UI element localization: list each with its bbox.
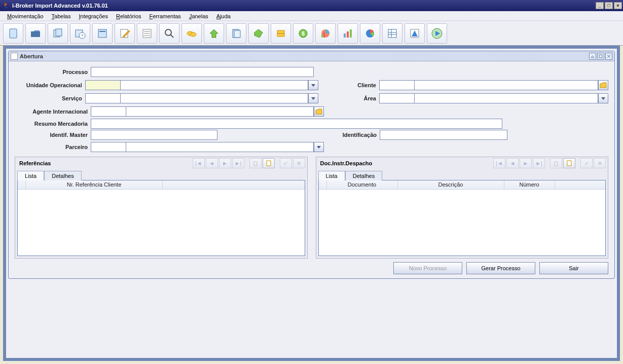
input-agente-desc[interactable] — [126, 106, 314, 117]
nav-cancel-icon[interactable]: ✕ — [293, 158, 305, 168]
label-identificacao: Identificação — [324, 132, 380, 138]
tb-list-icon[interactable] — [137, 23, 157, 44]
docs-nav-confirm-icon[interactable]: ✓ — [580, 158, 593, 168]
input-area-desc[interactable] — [415, 93, 598, 103]
dropdown-unidade[interactable] — [308, 80, 318, 90]
docs-nav-next-icon[interactable]: ► — [520, 158, 532, 168]
svg-point-15 — [190, 32, 196, 37]
nav-new-icon[interactable] — [263, 158, 275, 168]
close-button[interactable]: × — [614, 2, 622, 9]
svg-rect-23 — [321, 34, 323, 38]
tb-play-icon[interactable] — [427, 23, 447, 44]
input-cliente-code[interactable] — [379, 80, 415, 90]
tab-refs-detalhes[interactable]: Detalhes — [44, 171, 81, 180]
docs-nav-last-icon[interactable]: ►| — [533, 158, 545, 168]
label-agente: Agente Internacional — [15, 108, 91, 115]
svg-rect-6 — [99, 31, 105, 32]
input-parceiro-desc[interactable] — [126, 142, 314, 152]
input-servico-code[interactable] — [85, 93, 121, 103]
input-servico-desc[interactable] — [121, 93, 308, 103]
svg-rect-27 — [350, 29, 352, 38]
col-descricao: Descrição — [398, 180, 504, 189]
svg-rect-29 — [388, 29, 396, 38]
svg-rect-19 — [277, 30, 284, 33]
nav-confirm-icon[interactable]: ✓ — [280, 158, 292, 168]
input-cliente-desc[interactable] — [415, 80, 598, 90]
label-unidade: Unidade Operacional — [15, 82, 85, 88]
tb-files-icon[interactable] — [48, 23, 68, 44]
menu-integracoes[interactable]: Integrações — [75, 12, 112, 20]
button-novo-processo[interactable]: Novo Processo — [393, 262, 462, 274]
tb-arrow-up-icon[interactable] — [204, 23, 224, 44]
docs-nav-first-icon[interactable]: |◄ — [493, 158, 505, 168]
dropdown-area[interactable] — [598, 93, 608, 103]
svg-line-13 — [170, 34, 173, 38]
tb-folder-open-icon[interactable] — [25, 23, 46, 44]
docs-nav-new-icon[interactable] — [563, 158, 575, 168]
docs-nav-delete-icon[interactable] — [550, 158, 562, 168]
toolbar: $ — [0, 21, 623, 46]
col-numero: Número — [504, 180, 555, 189]
internal-close-icon[interactable] — [605, 53, 612, 60]
java-icon — [2, 2, 10, 10]
tb-clock-icon[interactable] — [70, 23, 90, 44]
nav-prev-icon[interactable]: ◄ — [206, 158, 218, 168]
refs-table: Nr. Referência Cliente — [17, 180, 305, 256]
input-processo[interactable] — [91, 67, 314, 77]
svg-rect-18 — [277, 33, 284, 37]
tb-page-icon[interactable] — [92, 23, 113, 44]
tb-notes-icon[interactable] — [226, 23, 246, 44]
tb-triangle-icon[interactable] — [405, 23, 425, 44]
menu-relatorios[interactable]: Relatórios — [112, 12, 145, 20]
docs-nav-cancel-icon[interactable]: ✕ — [594, 158, 606, 168]
svg-rect-36 — [599, 55, 602, 58]
menu-movimentacao[interactable]: Movimentação — [3, 12, 48, 20]
folder-agente[interactable] — [314, 106, 324, 117]
input-area-code[interactable] — [379, 93, 415, 103]
tb-edit-icon[interactable] — [115, 23, 135, 44]
internal-minimize-icon[interactable] — [589, 53, 596, 60]
input-identificacao[interactable] — [380, 130, 507, 140]
internal-maximize-icon[interactable] — [597, 53, 604, 60]
minimize-button[interactable]: _ — [596, 2, 604, 9]
dropdown-parceiro[interactable] — [314, 142, 324, 152]
docs-nav-prev-icon[interactable]: ◄ — [506, 158, 519, 168]
folder-cliente[interactable] — [598, 80, 608, 90]
nav-next-icon[interactable]: ► — [219, 158, 231, 168]
svg-rect-24 — [323, 32, 325, 38]
tb-chart-bar-icon[interactable] — [338, 23, 358, 44]
menu-ajuda[interactable]: Ajuda — [212, 12, 235, 20]
tb-pie-icon[interactable] — [360, 23, 380, 44]
tab-refs-lista[interactable]: Lista — [17, 171, 44, 180]
internal-title: Abertura — [20, 53, 588, 59]
tb-chart-pie-icon[interactable] — [315, 23, 336, 44]
input-identif-master[interactable] — [91, 130, 217, 140]
tb-stack-icon[interactable] — [271, 23, 291, 44]
panel-docs-title: Doc.Instr.Despacho — [318, 160, 489, 166]
tb-document-icon[interactable] — [3, 23, 23, 44]
menu-ferramentas[interactable]: Ferramentas — [145, 12, 185, 20]
button-gerar-processo[interactable]: Gerar Processo — [466, 262, 535, 274]
menu-tabelas[interactable]: Tabelas — [48, 12, 75, 20]
button-sair[interactable]: Sair — [539, 262, 608, 274]
svg-rect-41 — [555, 162, 558, 166]
tab-docs-detalhes[interactable]: Detalhes — [345, 171, 382, 180]
tb-grid-icon[interactable] — [382, 23, 402, 44]
tb-tag-icon[interactable] — [248, 23, 269, 44]
input-unidade-desc[interactable] — [121, 80, 308, 90]
menu-janelas[interactable]: Janelas — [185, 12, 212, 20]
nav-first-icon[interactable]: |◄ — [193, 158, 205, 168]
nav-delete-icon[interactable] — [249, 158, 262, 168]
input-agente-code[interactable] — [91, 106, 126, 117]
tb-globe-money-icon[interactable]: $ — [293, 23, 313, 44]
input-unidade-code[interactable] — [85, 80, 121, 90]
label-area: Área — [346, 95, 379, 101]
dropdown-servico[interactable] — [308, 93, 318, 103]
tb-search-icon[interactable] — [159, 23, 179, 44]
input-resumo[interactable] — [91, 119, 502, 129]
nav-last-icon[interactable]: ►| — [232, 158, 244, 168]
tab-docs-lista[interactable]: Lista — [318, 171, 345, 180]
tb-coins-icon[interactable] — [181, 23, 202, 44]
input-parceiro-code[interactable] — [91, 142, 126, 152]
maximize-button[interactable]: □ — [605, 2, 613, 9]
